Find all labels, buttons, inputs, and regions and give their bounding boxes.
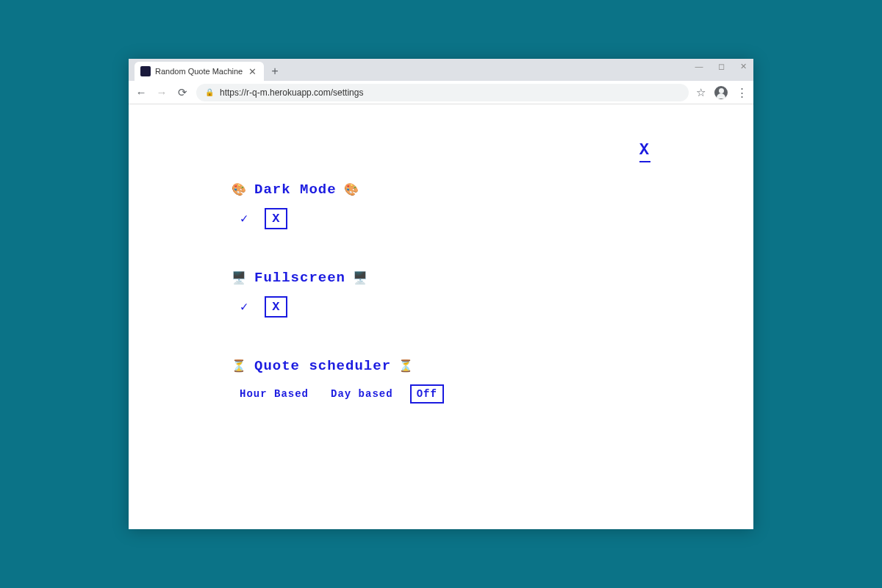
address-bar: ← → ⟳ 🔒 https://r-q-m.herokuapp.com/sett… <box>129 81 753 104</box>
scheduler-day-option[interactable]: Day based <box>326 386 398 402</box>
new-tab-button[interactable]: + <box>264 63 286 81</box>
scheduler-options: Hour Based Day based Off <box>234 384 753 404</box>
fullscreen-title: 🖥️ Fullscreen 🖥️ <box>232 270 753 286</box>
palette-icon: 🎨 <box>344 182 359 197</box>
nav-back-icon[interactable]: ← <box>135 86 148 98</box>
tab-close-icon[interactable]: ✕ <box>247 66 258 77</box>
window-close[interactable]: ✕ <box>737 62 749 71</box>
tab-title: Random Quote Machine <box>155 67 243 76</box>
fullscreen-toggle: ✓ X <box>234 296 753 318</box>
scheduler-hour-option[interactable]: Hour Based <box>234 386 314 402</box>
address-right: ☆ ⋮ <box>696 86 747 99</box>
scheduler-title: ⏳ Quote scheduler ⏳ <box>232 358 753 374</box>
scheduler-off-option[interactable]: Off <box>410 384 444 404</box>
section-scheduler: ⏳ Quote scheduler ⏳ Hour Based Day based… <box>232 358 753 404</box>
section-dark-mode: 🎨 Dark Mode 🎨 ✓ X <box>232 182 753 229</box>
monitor-icon: 🖥️ <box>232 270 247 285</box>
browser-tab[interactable]: Random Quote Machine ✕ <box>135 62 264 81</box>
hourglass-icon: ⏳ <box>398 359 414 373</box>
scheduler-label: Quote scheduler <box>254 358 391 374</box>
nav-reload-icon[interactable]: ⟳ <box>176 86 189 99</box>
palette-icon: 🎨 <box>232 182 247 197</box>
lock-icon: 🔒 <box>205 88 214 96</box>
settings-panel: 🎨 Dark Mode 🎨 ✓ X 🖥️ Fullscreen 🖥️ ✓ <box>232 182 753 404</box>
monitor-icon: 🖥️ <box>353 270 368 285</box>
nav-forward-icon[interactable]: → <box>155 86 168 98</box>
window-maximize[interactable]: ◻ <box>715 62 727 71</box>
browser-window: — ◻ ✕ Random Quote Machine ✕ + ← → ⟳ 🔒 h… <box>129 59 753 529</box>
dark-mode-toggle: ✓ X <box>234 208 753 229</box>
tab-bar: Random Quote Machine ✕ + <box>129 59 753 81</box>
kebab-menu-icon[interactable]: ⋮ <box>736 86 747 99</box>
close-settings-button[interactable]: X <box>639 141 650 162</box>
fullscreen-off-button[interactable]: X <box>265 296 287 318</box>
window-controls: — ◻ ✕ <box>693 62 749 71</box>
dark-mode-label: Dark Mode <box>254 182 337 198</box>
dark-mode-off-button[interactable]: X <box>265 208 287 229</box>
dark-mode-title: 🎨 Dark Mode 🎨 <box>232 182 753 198</box>
url-input[interactable]: 🔒 https://r-q-m.herokuapp.com/settings <box>196 84 689 101</box>
favicon-icon <box>140 66 151 76</box>
hourglass-icon: ⏳ <box>232 359 247 373</box>
section-fullscreen: 🖥️ Fullscreen 🖥️ ✓ X <box>232 270 753 318</box>
page-content: X 🎨 Dark Mode 🎨 ✓ X 🖥️ Fullscreen 🖥️ <box>129 104 753 529</box>
bookmark-star-icon[interactable]: ☆ <box>696 86 706 99</box>
dark-mode-on-button[interactable]: ✓ <box>234 209 254 229</box>
fullscreen-label: Fullscreen <box>254 270 345 286</box>
profile-avatar-icon[interactable] <box>714 86 728 99</box>
window-minimize[interactable]: — <box>693 62 705 71</box>
fullscreen-on-button[interactable]: ✓ <box>234 297 254 317</box>
url-text: https://r-q-m.herokuapp.com/settings <box>220 87 363 98</box>
